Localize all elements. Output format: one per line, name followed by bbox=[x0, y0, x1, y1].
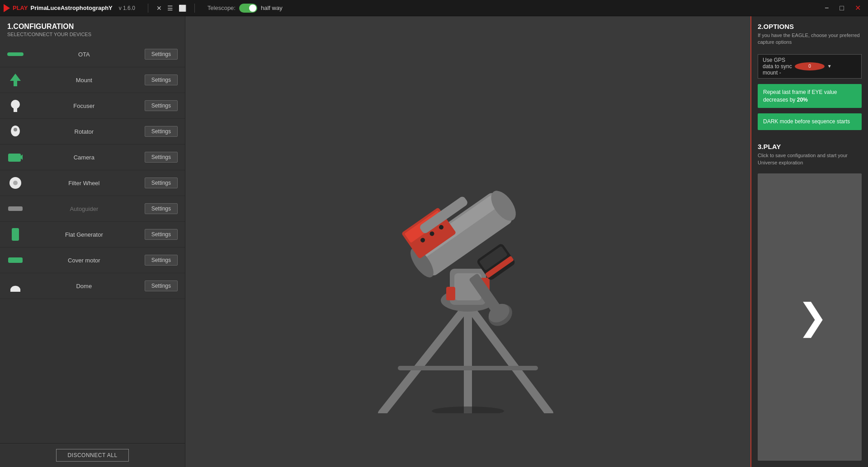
svg-rect-6 bbox=[8, 154, 21, 162]
filter-wheel-settings-button[interactable]: Settings bbox=[145, 177, 178, 188]
ota-icon bbox=[7, 46, 24, 62]
main-content: 1.CONFIGURATION SELECT/CONNECT YOUR DEVI… bbox=[0, 16, 868, 467]
svg-line-14 bbox=[382, 305, 468, 413]
dome-settings-button[interactable]: Settings bbox=[145, 280, 178, 291]
play-section-desc: Click to save configuration and start yo… bbox=[758, 152, 862, 166]
cover-motor-settings-button[interactable]: Settings bbox=[145, 255, 178, 266]
svg-marker-1 bbox=[10, 74, 21, 86]
device-row-rotator: Rotator Settings bbox=[0, 119, 185, 145]
options-title: 2.OPTIONS bbox=[758, 23, 862, 30]
svg-rect-11 bbox=[12, 228, 19, 241]
rotator-icon bbox=[7, 123, 24, 140]
save-icon[interactable]: ⬜ bbox=[176, 4, 189, 13]
toggle-thumb bbox=[249, 5, 256, 12]
telescope-illustration bbox=[328, 70, 608, 413]
gps-badge: 0 bbox=[795, 62, 824, 70]
svg-rect-12 bbox=[8, 257, 23, 263]
svg-rect-3 bbox=[14, 107, 17, 112]
svg-rect-21 bbox=[446, 287, 455, 300]
repeat-frame-bold: 20% bbox=[797, 97, 808, 103]
disconnect-all-button[interactable]: DISCONNECT ALL bbox=[56, 449, 128, 462]
autoguider-icon bbox=[7, 201, 24, 217]
options-desc: If you have the EAGLE, choose your prefe… bbox=[758, 32, 862, 46]
app-version-label: v 1.6.0 bbox=[119, 5, 135, 11]
telescope-label: Telescope: bbox=[208, 5, 236, 11]
svg-point-39 bbox=[432, 406, 504, 413]
gps-dropdown[interactable]: Use GPS data to sync mount - 0 ▼ bbox=[758, 54, 862, 79]
device-row-mount: Mount Settings bbox=[0, 67, 185, 93]
rotator-label: Rotator bbox=[24, 128, 145, 135]
play-start-button[interactable]: ❯ bbox=[758, 173, 862, 461]
camera-label: Camera bbox=[24, 154, 145, 161]
left-panel: 1.CONFIGURATION SELECT/CONNECT YOUR DEVI… bbox=[0, 16, 185, 467]
mount-settings-button[interactable]: Settings bbox=[145, 75, 178, 85]
focuser-icon bbox=[7, 98, 24, 114]
menu-icon[interactable]: ☰ bbox=[165, 4, 176, 13]
center-panel bbox=[185, 16, 750, 467]
autoguider-settings-button[interactable]: Settings bbox=[145, 203, 178, 214]
play-chevron-icon: ❯ bbox=[797, 299, 828, 335]
focuser-settings-button[interactable]: Settings bbox=[145, 100, 178, 111]
device-row-cover-motor: Cover motor Settings bbox=[0, 248, 185, 273]
device-list: OTA Settings Mount Settings Focuser Sett… bbox=[0, 42, 185, 443]
dome-icon bbox=[7, 278, 24, 294]
app-brand-label: PrimaLuceAstrophotographY bbox=[30, 5, 112, 11]
gps-label: Use GPS data to sync mount - bbox=[763, 57, 792, 76]
repeat-frame-button[interactable]: Repeat last frame if EYE value decreases… bbox=[758, 84, 862, 108]
device-row-ota: OTA Settings bbox=[0, 42, 185, 67]
config-section-title: 1.CONFIGURATION bbox=[0, 16, 185, 32]
window-controls: − □ ✕ bbox=[821, 3, 864, 13]
titlebar-separator2 bbox=[194, 4, 195, 13]
gps-chevron-icon: ▼ bbox=[827, 64, 857, 69]
right-panel: 2.OPTIONS If you have the EAGLE, choose … bbox=[750, 16, 868, 467]
mount-label: Mount bbox=[24, 77, 145, 84]
close-button[interactable]: ✕ bbox=[851, 3, 864, 13]
device-row-autoguider: Autoguider Settings bbox=[0, 196, 185, 222]
svg-point-5 bbox=[14, 128, 17, 131]
titlebar: PLAY PrimaLuceAstrophotographY v 1.6.0 ✕… bbox=[0, 0, 868, 16]
dark-mode-label: DARK mode before sequence starts bbox=[763, 118, 850, 125]
camera-settings-button[interactable]: Settings bbox=[145, 152, 178, 163]
ota-settings-button[interactable]: Settings bbox=[145, 49, 178, 60]
svg-point-9 bbox=[13, 181, 18, 185]
svg-line-16 bbox=[468, 305, 549, 413]
flat-generator-icon bbox=[7, 226, 24, 243]
minimize-button[interactable]: − bbox=[821, 3, 832, 13]
mount-icon bbox=[7, 72, 24, 88]
svg-marker-7 bbox=[21, 154, 23, 160]
focuser-label: Focuser bbox=[24, 103, 145, 109]
dark-mode-button[interactable]: DARK mode before sequence starts bbox=[758, 113, 862, 130]
device-row-camera: Camera Settings bbox=[0, 145, 185, 170]
flat-generator-label: Flat Generator bbox=[24, 231, 145, 238]
autoguider-label: Autoguider bbox=[24, 205, 145, 212]
disconnect-bar: DISCONNECT ALL bbox=[0, 443, 185, 467]
play-logo-icon bbox=[4, 4, 10, 12]
dome-label: Dome bbox=[24, 283, 145, 290]
app-play-label: PLAY bbox=[13, 5, 28, 11]
app-logo: PLAY PrimaLuceAstrophotographY v 1.6.0 bbox=[4, 4, 135, 12]
toggle-track[interactable] bbox=[239, 4, 257, 13]
device-row-focuser: Focuser Settings bbox=[0, 93, 185, 119]
cover-motor-label: Cover motor bbox=[24, 257, 145, 264]
camera-icon bbox=[7, 149, 24, 165]
svg-rect-13 bbox=[10, 289, 20, 292]
ota-label: OTA bbox=[24, 51, 145, 58]
cursor-icon[interactable]: ✕ bbox=[154, 4, 165, 13]
flat-generator-settings-button[interactable]: Settings bbox=[145, 229, 178, 240]
telescope-status: half way bbox=[261, 5, 283, 11]
play-section-title: 3.PLAY bbox=[758, 143, 862, 150]
cover-motor-icon bbox=[7, 252, 24, 268]
svg-rect-10 bbox=[8, 206, 23, 211]
maximize-button[interactable]: □ bbox=[836, 3, 848, 13]
device-row-flat-generator: Flat Generator Settings bbox=[0, 222, 185, 248]
device-row-dome: Dome Settings bbox=[0, 273, 185, 299]
titlebar-separator bbox=[148, 4, 148, 13]
telescope-toggle[interactable] bbox=[239, 4, 257, 13]
rotator-settings-button[interactable]: Settings bbox=[145, 126, 178, 137]
config-section-subtitle: SELECT/CONNECT YOUR DEVICES bbox=[0, 32, 185, 42]
filter-wheel-label: Filter Wheel bbox=[24, 180, 145, 187]
svg-rect-0 bbox=[7, 52, 24, 56]
device-row-filter-wheel: Filter Wheel Settings bbox=[0, 170, 185, 196]
filter-wheel-icon bbox=[7, 175, 24, 191]
